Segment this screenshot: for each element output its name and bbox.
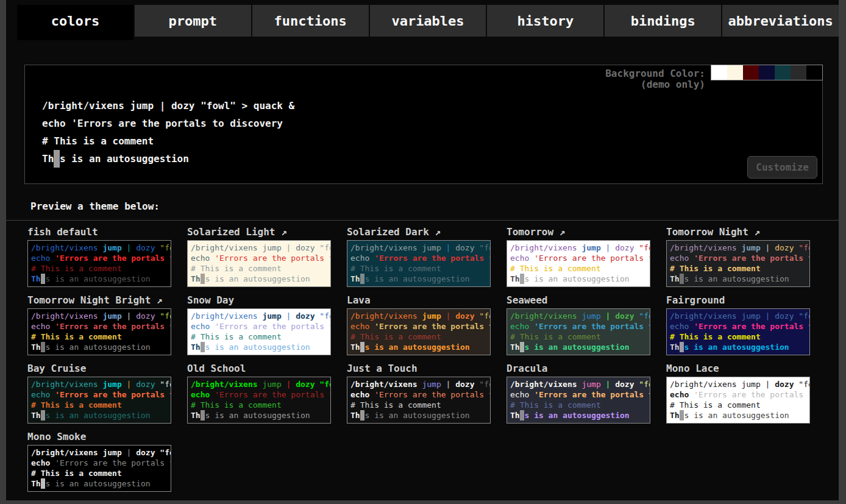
sample-line: Th s is an autosuggestion <box>350 342 487 352</box>
theme-card-mono-smoke[interactable]: /bright/vixens jump | dozy "fowl" > quac… <box>27 445 171 492</box>
sample-line: echo 'Errors are the portals to discover… <box>670 389 806 400</box>
sample-line: Th s is an autosuggestion <box>191 342 327 352</box>
bg-swatch-4[interactable] <box>775 65 791 80</box>
theme-title[interactable]: Tomorrow Night Bright ↗ <box>27 294 187 307</box>
theme-card-fish-default[interactable]: /bright/vixens jump | dozy "fowl" > quac… <box>27 240 171 287</box>
sample-line: # This is a comment <box>670 400 806 410</box>
sample-line: echo 'Errors are the portals to discover… <box>350 321 487 332</box>
sample-line: /bright/vixens jump | dozy "fowl" > quac… <box>670 311 806 321</box>
tab-bindings[interactable]: bindings <box>605 5 721 37</box>
sample-line: # This is a comment <box>191 400 327 410</box>
sample-line: echo 'Errors are the portals to discover… <box>510 389 647 400</box>
theme-card-bay-cruise[interactable]: /bright/vixens jump | dozy "fowl" > quac… <box>27 377 171 424</box>
background-color-label: Background Color: (demo only) <box>605 68 705 90</box>
theme-title: Mono Smoke <box>27 431 187 443</box>
theme-card-lava[interactable]: /bright/vixens jump | dozy "fowl" > quac… <box>347 308 491 355</box>
theme-card-old-school[interactable]: /bright/vixens jump | dozy "fowl" > quac… <box>187 377 331 424</box>
theme-title: fish default <box>27 226 187 238</box>
sample-line: /bright/vixens jump | dozy "fowl" > quac… <box>510 243 647 253</box>
theme-card-seaweed[interactable]: /bright/vixens jump | dozy "fowl" > quac… <box>507 308 650 355</box>
customize-button[interactable]: Customize <box>747 156 817 179</box>
sample-line: /bright/vixens jump | dozy "fowl" > quac… <box>42 97 294 115</box>
sample-line: Th s is an autosuggestion <box>350 410 487 421</box>
tab-prompt[interactable]: prompt <box>135 5 251 37</box>
theme-title[interactable]: Tomorrow ↗ <box>507 226 666 238</box>
theme-title: Mono Lace <box>666 363 826 375</box>
sample-line: # This is a comment <box>191 263 327 274</box>
theme-card-fairground[interactable]: /bright/vixens jump | dozy "fowl" > quac… <box>666 308 810 355</box>
sample-line: # This is a comment <box>31 332 168 342</box>
theme-card-solarized-light[interactable]: /bright/vixens jump | dozy "fowl" > quac… <box>187 240 331 287</box>
bg-swatch-5[interactable] <box>791 65 806 80</box>
sample-line: # This is a comment <box>670 263 806 274</box>
theme-card-solarized-dark[interactable]: /bright/vixens jump | dozy "fowl" > quac… <box>347 240 491 287</box>
theme-title: Old School <box>187 363 347 375</box>
theme-card-tomorrow-night[interactable]: /bright/vixens jump | dozy "fowl" > quac… <box>666 240 810 287</box>
theme-cell: Mono Lace/bright/vixens jump | dozy "fow… <box>666 363 826 424</box>
bg-swatch-2[interactable] <box>743 65 759 80</box>
bg-swatch-1[interactable] <box>727 65 743 80</box>
sample-line: /bright/vixens jump | dozy "fowl" > quac… <box>350 243 487 253</box>
theme-cell: Tomorrow Night ↗/bright/vixens jump | do… <box>666 226 826 287</box>
demo-only-label: (demo only) <box>605 79 705 90</box>
sample-line: echo 'Errors are the portals to discover… <box>42 115 294 132</box>
theme-title: Dracula <box>507 363 666 375</box>
sample-line: /bright/vixens jump | dozy "fowl" > quac… <box>191 243 327 253</box>
sample-line: # This is a comment <box>510 400 647 410</box>
sample-line: /bright/vixens jump | dozy "fowl" > quac… <box>31 447 168 458</box>
theme-cell: Tomorrow ↗/bright/vixens jump | dozy "fo… <box>507 226 666 287</box>
sample-line: echo 'Errors are the portals to discover… <box>31 389 168 400</box>
sample-line: # This is a comment <box>42 132 294 150</box>
theme-card-mono-lace[interactable]: /bright/vixens jump | dozy "fowl" > quac… <box>666 377 810 424</box>
sample-line: Th s is an autosuggestion <box>670 342 806 352</box>
bg-swatch-0[interactable] <box>711 65 727 80</box>
theme-title[interactable]: Solarized Light ↗ <box>187 226 347 238</box>
theme-cell: fish default/bright/vixens jump | dozy "… <box>27 226 187 287</box>
sample-line: echo 'Errors are the portals to discover… <box>31 458 168 468</box>
sample-line: echo 'Errors are the portals to discover… <box>510 253 647 263</box>
tab-variables[interactable]: variables <box>370 5 486 37</box>
theme-title[interactable]: Solarized Dark ↗ <box>347 226 507 238</box>
background-color-swatches <box>711 65 823 80</box>
theme-card-just-a-touch[interactable]: /bright/vixens jump | dozy "fowl" > quac… <box>347 377 491 424</box>
page: colorspromptfunctionsvariableshistorybin… <box>6 0 839 500</box>
theme-card-tomorrow[interactable]: /bright/vixens jump | dozy "fowl" > quac… <box>507 240 650 287</box>
theme-title: Seaweed <box>507 294 666 307</box>
bg-swatch-3[interactable] <box>759 65 775 80</box>
tab-bar: colorspromptfunctionsvariableshistorybin… <box>6 0 839 40</box>
sample-line: /bright/vixens jump | dozy "fowl" > quac… <box>350 311 487 321</box>
sample-line: Th s is an autosuggestion <box>670 410 806 421</box>
tab-abbreviations[interactable]: abbreviations <box>722 5 839 37</box>
tab-functions[interactable]: functions <box>252 5 369 37</box>
sample-line: /bright/vixens jump | dozy "fowl" > quac… <box>350 379 487 389</box>
sample-line: Th s is an autosuggestion <box>670 274 806 284</box>
bg-swatch-6[interactable] <box>806 65 822 80</box>
sample-line: # This is a comment <box>670 332 806 342</box>
theme-cell: Snow Day/bright/vixens jump | dozy "fowl… <box>187 294 347 355</box>
tab-history[interactable]: history <box>487 5 603 37</box>
theme-cell: Bay Cruise/bright/vixens jump | dozy "fo… <box>27 363 187 424</box>
sample-line: /bright/vixens jump | dozy "fowl" > quac… <box>31 243 168 253</box>
sample-line: /bright/vixens jump | dozy "fowl" > quac… <box>191 311 327 321</box>
theme-cell: Solarized Light ↗/bright/vixens jump | d… <box>187 226 347 287</box>
sample-line: /bright/vixens jump | dozy "fowl" > quac… <box>670 243 806 253</box>
theme-card-snow-day[interactable]: /bright/vixens jump | dozy "fowl" > quac… <box>187 308 331 355</box>
sample-line: /bright/vixens jump | dozy "fowl" > quac… <box>31 379 168 389</box>
sample-line: Th s is an autosuggestion <box>191 410 327 421</box>
sample-line: Th s is an autosuggestion <box>510 274 647 284</box>
tab-colors[interactable]: colors <box>17 5 133 40</box>
sample-line: # This is a comment <box>510 332 647 342</box>
sample-line: Th s is an autosuggestion <box>510 410 647 421</box>
theme-cell: Seaweed/bright/vixens jump | dozy "fowl"… <box>507 294 666 355</box>
theme-cell: Lava/bright/vixens jump | dozy "fowl" > … <box>347 294 507 355</box>
theme-cell: Just a Touch/bright/vixens jump | dozy "… <box>347 363 507 424</box>
theme-card-tomorrow-night-bright[interactable]: /bright/vixens jump | dozy "fowl" > quac… <box>27 308 171 355</box>
theme-title[interactable]: Tomorrow Night ↗ <box>666 226 826 238</box>
theme-grid: fish default/bright/vixens jump | dozy "… <box>6 221 839 499</box>
sample-line: Th s is an autosuggestion <box>31 410 168 421</box>
sample-line: echo 'Errors are the portals to discover… <box>670 253 806 263</box>
sample-line: /bright/vixens jump | dozy "fowl" > quac… <box>510 379 647 389</box>
themes-heading: Preview a theme below: <box>30 201 839 212</box>
theme-card-dracula[interactable]: /bright/vixens jump | dozy "fowl" > quac… <box>507 377 650 424</box>
sample-line: # This is a comment <box>31 468 168 478</box>
